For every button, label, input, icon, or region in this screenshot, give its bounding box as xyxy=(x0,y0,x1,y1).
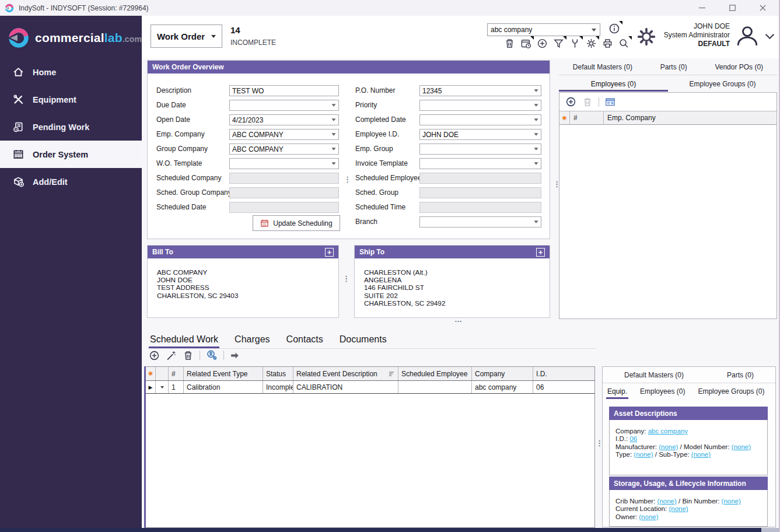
filter-icon[interactable] xyxy=(553,38,564,49)
chevron-down-icon xyxy=(534,104,538,107)
emp-company-dropdown[interactable]: ABC COMPANY xyxy=(229,129,339,140)
tab-documents[interactable]: Documents xyxy=(338,332,388,348)
add-icon[interactable] xyxy=(565,96,576,107)
tab-employee-groups[interactable]: Employee Groups (0) xyxy=(697,385,765,399)
user-block: JOHN DOE System Administrator DEFAULT xyxy=(636,22,730,48)
field-label: Description xyxy=(156,85,191,96)
description-field[interactable]: TEST WO xyxy=(229,85,339,96)
delete-icon[interactable] xyxy=(582,97,593,107)
bottom-tabs: Scheduled Work Charges Contacts Document… xyxy=(148,332,596,349)
field-label: Emp. Company xyxy=(156,129,205,140)
bin-number-link[interactable]: (none) xyxy=(722,498,741,505)
sub-type-link[interactable]: (none) xyxy=(691,451,711,458)
invoice-template-dropdown[interactable] xyxy=(419,158,541,169)
table-row[interactable]: ▶ 1 Calibration Incomple CALIBRATION abc… xyxy=(146,381,594,394)
scheduled-employee-field xyxy=(419,173,541,184)
search-icon[interactable] xyxy=(618,38,629,49)
delete-icon[interactable] xyxy=(183,350,194,361)
tab-employees[interactable]: Employees (0) xyxy=(559,78,668,92)
search-value: abc company xyxy=(488,26,592,34)
tab-default-masters[interactable]: Default Masters (0) xyxy=(572,61,634,75)
tab-default-masters[interactable]: Default Masters (0) xyxy=(623,369,685,383)
due-date-dropdown[interactable] xyxy=(229,100,339,111)
chevron-down-icon xyxy=(331,162,335,165)
equipment-detail-panel: Default Masters (0) Parts (0) Equip. Emp… xyxy=(602,366,776,527)
company-link[interactable]: abc company xyxy=(648,428,688,435)
crib-number-link[interactable]: (none) xyxy=(657,498,677,505)
employee-id-dropdown[interactable]: JOHN DOE xyxy=(419,129,541,140)
record-status: INCOMPLETE xyxy=(230,38,276,47)
column-header[interactable]: # xyxy=(169,367,184,380)
taskbar-edge xyxy=(761,528,780,532)
user-profile: DEFAULT xyxy=(636,40,730,48)
update-scheduling-button[interactable]: Update Scheduling xyxy=(253,215,340,231)
emp-group-dropdown[interactable] xyxy=(419,144,541,155)
chevron-down-icon[interactable] xyxy=(765,33,775,40)
employees-grid-toolbar xyxy=(559,93,776,111)
info-icon[interactable] xyxy=(608,23,620,34)
completed-date-dropdown[interactable] xyxy=(419,114,541,125)
wo-template-dropdown[interactable] xyxy=(229,158,339,169)
po-number-dropdown[interactable]: 12345 xyxy=(419,85,541,96)
card-view-icon[interactable] xyxy=(605,97,615,107)
tab-employee-groups[interactable]: Employee Groups (0) xyxy=(668,78,777,92)
column-header[interactable]: Emp. Company xyxy=(604,111,776,124)
print-icon[interactable] xyxy=(602,38,613,49)
chevron-down-icon xyxy=(534,162,538,165)
add-icon[interactable] xyxy=(149,350,160,361)
column-header[interactable]: Related Event Type xyxy=(184,367,263,380)
tab-parts[interactable]: Parts (0) xyxy=(726,369,755,383)
tab-scheduled-work[interactable]: Scheduled Work xyxy=(149,332,219,348)
wrench-icon[interactable] xyxy=(569,38,580,49)
sidebar-item-equipment[interactable]: Equipment xyxy=(0,86,142,113)
add-icon[interactable] xyxy=(537,38,548,49)
wand-icon[interactable] xyxy=(166,350,177,361)
branch-dropdown[interactable] xyxy=(419,216,541,228)
id-link[interactable]: 06 xyxy=(629,435,637,442)
sidebar-item-add-edit[interactable]: Add/Edit xyxy=(0,168,142,195)
column-header[interactable]: # xyxy=(570,111,604,124)
tab-charges[interactable]: Charges xyxy=(233,332,271,348)
column-header[interactable]: Related Event Description xyxy=(293,367,398,380)
priority-dropdown[interactable] xyxy=(419,100,541,111)
person-search-icon[interactable] xyxy=(206,349,218,361)
model-number-link[interactable]: (none) xyxy=(732,443,751,450)
tab-parts[interactable]: Parts (0) xyxy=(659,61,688,75)
tab-vendor-pos[interactable]: Vendor POs (0) xyxy=(713,61,764,75)
sidebar-item-home[interactable]: Home xyxy=(0,58,142,86)
add-address-icon[interactable]: + xyxy=(325,248,334,257)
splitter-handle[interactable]: ⋮ xyxy=(342,274,350,283)
close-button[interactable] xyxy=(747,0,778,16)
home-icon xyxy=(12,66,24,78)
column-header[interactable]: Company xyxy=(472,367,533,380)
minimize-button[interactable] xyxy=(687,0,717,16)
manufacturer-link[interactable]: (none) xyxy=(659,443,678,450)
tab-employees[interactable]: Employees (0) xyxy=(639,385,686,399)
chevron-down-icon xyxy=(331,118,335,121)
splitter-handle[interactable]: … xyxy=(454,315,462,324)
current-location-link[interactable]: (none) xyxy=(669,505,688,512)
row-expand-icon[interactable] xyxy=(160,386,164,388)
maximize-button[interactable] xyxy=(717,0,747,16)
column-header[interactable]: I.D. xyxy=(533,367,594,380)
type-link[interactable]: (none) xyxy=(634,451,653,458)
sidebar-item-order-system[interactable]: Order System xyxy=(0,141,142,168)
search-company-combobox[interactable]: abc company xyxy=(487,23,600,36)
group-company-dropdown[interactable]: ABC COMPANY xyxy=(229,144,339,155)
column-header[interactable]: Scheduled Employee xyxy=(398,367,472,380)
panel-title: Work Order Overview xyxy=(152,63,224,71)
delete-icon[interactable] xyxy=(504,38,515,49)
schedule-icon[interactable] xyxy=(520,38,531,49)
owner-link[interactable]: (none) xyxy=(639,513,658,520)
settings-icon[interactable] xyxy=(586,38,597,49)
open-date-dropdown[interactable]: 4/21/2023 xyxy=(229,114,339,125)
column-header[interactable]: Status xyxy=(263,367,293,380)
tab-contacts[interactable]: Contacts xyxy=(285,332,324,348)
splitter-handle[interactable]: ⋮ xyxy=(344,175,351,184)
avatar[interactable] xyxy=(734,23,761,50)
arrow-right-icon[interactable] xyxy=(230,351,240,360)
add-address-icon[interactable]: + xyxy=(536,248,545,257)
tab-equip[interactable]: Equip. xyxy=(606,385,628,399)
sidebar-item-pending-work[interactable]: Pending Work xyxy=(0,113,142,141)
module-selector-dropdown[interactable]: Work Order xyxy=(151,24,222,48)
